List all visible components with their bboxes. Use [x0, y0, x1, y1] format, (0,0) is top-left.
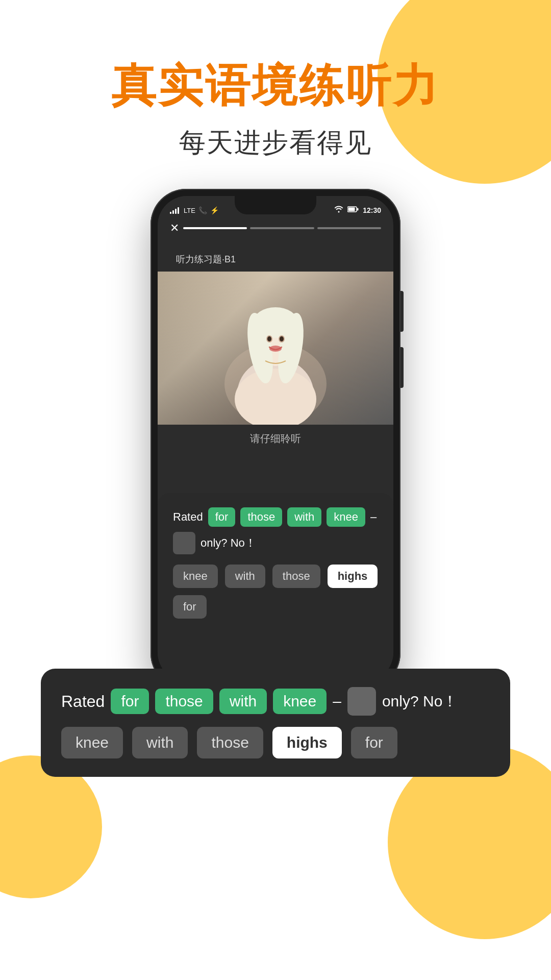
status-right: 12:30: [334, 206, 381, 215]
choice-for[interactable]: for: [173, 595, 207, 619]
phone-screen: LTE 📞 ⚡: [158, 196, 393, 682]
progress-bar-3: [317, 227, 381, 229]
svg-point-10: [253, 307, 298, 338]
suffix-text: only? No！: [201, 535, 256, 551]
lesson-label: 听力练习题·B1: [176, 253, 236, 265]
status-left: LTE 📞 ⚡: [170, 206, 219, 214]
outer-choice-knee[interactable]: knee: [61, 727, 123, 758]
outer-choice-with[interactable]: with: [132, 727, 188, 758]
time-display: 12:30: [363, 206, 381, 214]
chip-those: those: [240, 507, 282, 527]
choice-knee[interactable]: knee: [173, 565, 218, 588]
svg-rect-2: [357, 208, 359, 211]
outer-chip-knee: knee: [273, 689, 327, 714]
choice-highs-selected[interactable]: highs: [328, 565, 378, 588]
rated-word: Rated: [173, 510, 203, 524]
signal-bar-3: [175, 209, 177, 214]
progress-area: ✕: [158, 222, 393, 235]
outer-chip-for: for: [111, 689, 149, 714]
progress-bar-2: [250, 227, 314, 229]
outer-suffix: only? No！: [382, 691, 458, 712]
choice-those[interactable]: those: [272, 565, 320, 588]
svg-point-14: [280, 336, 284, 341]
progress-bar-1: [183, 227, 247, 229]
outer-choice-highs[interactable]: highs: [272, 727, 342, 758]
outer-blank: [347, 687, 376, 716]
choice-with[interactable]: with: [225, 565, 265, 588]
close-button[interactable]: ✕: [170, 222, 179, 235]
svg-point-13: [267, 336, 271, 341]
sub-title: 每天进步看得见: [0, 125, 551, 161]
signal-bar-1: [170, 212, 171, 214]
signal-bars: [170, 207, 179, 214]
decorative-circle-bottom-left: [0, 755, 102, 898]
video-frame: [158, 272, 393, 425]
choice-area[interactable]: knee with those highs for: [173, 565, 378, 619]
outer-chip-with: with: [219, 689, 267, 714]
listen-text: 请仔细聆听: [158, 432, 393, 446]
outer-answer-panel: Rated for those with knee – only? No！ kn…: [41, 669, 510, 777]
outer-dash: –: [333, 693, 341, 710]
outer-rated: Rated: [61, 692, 105, 711]
outer-sentence-row: Rated for those with knee – only? No！: [61, 687, 490, 716]
answer-panel: Rated for those with knee – only? No！ kn…: [158, 493, 393, 682]
woman-figure: [214, 282, 337, 425]
chip-dash: –: [370, 510, 377, 524]
outer-choice-for[interactable]: for: [351, 727, 397, 758]
signal-bar-4: [178, 207, 179, 214]
outer-choice-row[interactable]: knee with those highs for: [61, 727, 490, 758]
chip-for: for: [208, 507, 236, 527]
phone-outer: LTE 📞 ⚡: [151, 189, 400, 689]
header-area: 真实语境练听力 每天进步看得见: [0, 61, 551, 161]
signal-bar-2: [172, 210, 174, 214]
bluetooth-icon: ⚡: [210, 206, 219, 214]
main-title: 真实语境练听力: [0, 61, 551, 111]
phone-notch: [235, 196, 316, 214]
chip-with: with: [287, 507, 321, 527]
battery-icon: [347, 206, 359, 215]
svg-rect-1: [348, 208, 355, 211]
progress-bars: [183, 227, 381, 229]
phone-mockup: LTE 📞 ⚡: [151, 189, 400, 689]
sentence-area: Rated for those with knee – only? No！: [173, 507, 378, 554]
wifi-icon: [334, 206, 343, 215]
blank-box: [173, 532, 195, 554]
phone-icon: 📞: [198, 206, 207, 214]
svg-point-15: [269, 346, 282, 352]
outer-choice-those[interactable]: those: [197, 727, 263, 758]
chip-knee: knee: [327, 507, 365, 527]
lte-label: LTE: [184, 207, 195, 214]
outer-chip-those: those: [155, 689, 213, 714]
